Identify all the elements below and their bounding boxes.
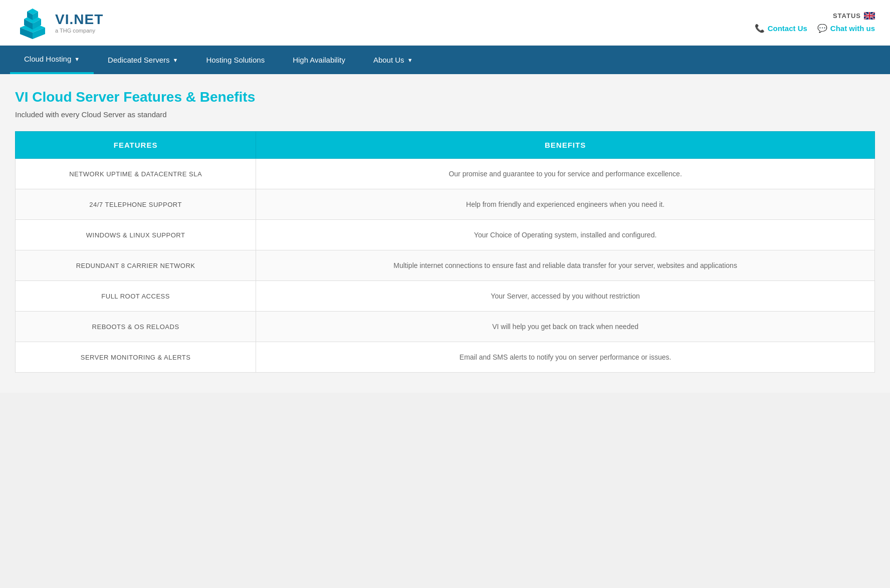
page-title: VI Cloud Server Features & Benefits	[15, 89, 875, 105]
feature-cell-1: 24/7 TELEPHONE SUPPORT	[16, 189, 256, 220]
phone-icon: 📞	[755, 24, 765, 33]
table-header-features: FEATURES	[16, 132, 256, 159]
benefit-cell-4: Your Server, accessed by you without res…	[256, 281, 875, 312]
feature-cell-0: NETWORK UPTIME & DATACENTRE SLA	[16, 159, 256, 189]
flag-icon	[864, 12, 875, 20]
page-subtitle: Included with every Cloud Server as stan…	[15, 110, 875, 119]
features-table: FEATURES BENEFITS NETWORK UPTIME & DATAC…	[15, 131, 875, 373]
nav-item-cloud-hosting[interactable]: Cloud Hosting▼	[10, 46, 94, 74]
benefit-cell-6: Email and SMS alerts to notify you on se…	[256, 342, 875, 373]
nav-item-dedicated-servers[interactable]: Dedicated Servers▼	[94, 46, 192, 74]
benefit-cell-5: VI will help you get back on track when …	[256, 312, 875, 342]
benefit-cell-0: Our promise and guarantee to you for ser…	[256, 159, 875, 189]
status-row: STATUS	[833, 12, 875, 20]
feature-cell-5: REBOOTS & OS RELOADS	[16, 312, 256, 342]
content-area: VI Cloud Server Features & Benefits Incl…	[0, 74, 890, 393]
feature-cell-6: SERVER MONITORING & ALERTS	[16, 342, 256, 373]
nav-item-about-us[interactable]: About Us▼	[359, 46, 427, 74]
table-header-benefits: BENEFITS	[256, 132, 875, 159]
nav-item-high-availability[interactable]: High Availability	[279, 46, 359, 74]
feature-cell-2: WINDOWS & LINUX SUPPORT	[16, 220, 256, 250]
logo-main-text: VI.NET	[55, 12, 103, 28]
main-nav: Cloud Hosting▼Dedicated Servers▼Hosting …	[0, 46, 890, 74]
table-row: WINDOWS & LINUX SUPPORTYour Choice of Op…	[16, 220, 875, 250]
logo-icon	[15, 5, 50, 40]
feature-cell-3: REDUNDANT 8 CARRIER NETWORK	[16, 250, 256, 281]
benefit-cell-1: Help from friendly and experienced engin…	[256, 189, 875, 220]
contact-us-link[interactable]: 📞 Contact Us	[755, 24, 807, 33]
table-row: REDUNDANT 8 CARRIER NETWORKMultiple inte…	[16, 250, 875, 281]
benefit-cell-3: Multiple internet connections to ensure …	[256, 250, 875, 281]
chevron-down-icon: ▼	[173, 57, 178, 63]
table-row: REBOOTS & OS RELOADSVI will help you get…	[16, 312, 875, 342]
contact-links: 📞 Contact Us 💬 Chat with us	[755, 24, 875, 33]
chevron-down-icon: ▼	[407, 57, 413, 63]
logo-area: VI.NET a THG company	[15, 5, 103, 40]
top-header: VI.NET a THG company STATUS 📞 Conta	[0, 0, 890, 46]
table-row: SERVER MONITORING & ALERTSEmail and SMS …	[16, 342, 875, 373]
feature-cell-4: FULL ROOT ACCESS	[16, 281, 256, 312]
table-row: NETWORK UPTIME & DATACENTRE SLAOur promi…	[16, 159, 875, 189]
logo-sub-text: a THG company	[55, 28, 103, 34]
top-right: STATUS 📞 Contact Us 💬 Chat with u	[755, 12, 875, 33]
chat-with-us-link[interactable]: 💬 Chat with us	[817, 24, 875, 33]
status-label: STATUS	[833, 12, 861, 20]
benefit-cell-2: Your Choice of Operating system, install…	[256, 220, 875, 250]
chat-icon: 💬	[817, 24, 827, 33]
nav-item-hosting-solutions[interactable]: Hosting Solutions	[192, 46, 279, 74]
table-row: 24/7 TELEPHONE SUPPORTHelp from friendly…	[16, 189, 875, 220]
table-row: FULL ROOT ACCESSYour Server, accessed by…	[16, 281, 875, 312]
chevron-down-icon: ▼	[74, 56, 80, 62]
logo-text: VI.NET a THG company	[55, 12, 103, 34]
